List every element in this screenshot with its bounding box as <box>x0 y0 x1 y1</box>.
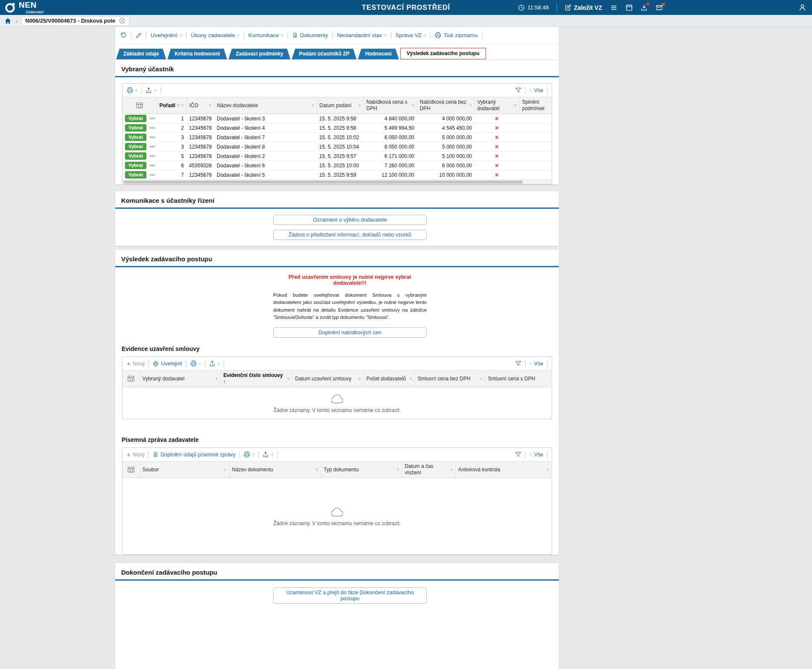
fill-bid-prices-button[interactable]: Doplnění nabídkových cen <box>273 327 427 338</box>
col-header-evidencni-cislo[interactable]: Evidenční číslo smlouvy ↑▽ <box>221 371 292 387</box>
col-header-soubor[interactable]: Soubor▽ <box>140 462 229 478</box>
table-row[interactable]: Vybrat 3 12345678 Dodavatel - školení 8 … <box>122 142 552 152</box>
col-header-cena-bez-dph[interactable]: Nabídková cena bez DPH▽ <box>417 97 474 114</box>
caret-down-icon[interactable]: ▽ <box>215 377 218 380</box>
home-icon[interactable] <box>4 18 12 24</box>
menu-ukony-zadavatele[interactable]: Úkony zadavatele▽ <box>191 32 239 38</box>
notice-of-selection-button[interactable]: Oznámení o výběru dodavatele <box>273 215 427 225</box>
caret-down-icon[interactable]: ▽ <box>450 468 452 471</box>
grid-export-button[interactable]: ▽ <box>146 87 156 93</box>
lock-vz-button[interactable]: Uzamknout VZ a přejít do fáze Dokončení … <box>273 587 427 604</box>
caret-down-icon[interactable]: ▽ <box>181 104 183 107</box>
filter-icon[interactable] <box>515 87 521 93</box>
table-row[interactable]: Vybrat 1 12345678 Dodavatel - školení 3 … <box>122 114 552 123</box>
row-menu-icon[interactable] <box>149 164 155 167</box>
select-supplier-button[interactable]: Vybrat <box>125 143 146 150</box>
col-header-smluvni-bez-dph[interactable]: Smluvní cena bez DPH▽ <box>415 371 485 387</box>
menu-icon[interactable] <box>610 4 618 11</box>
caret-down-icon[interactable]: ▽ <box>311 104 314 107</box>
tab-podani-ucastniku[interactable]: Podání účastníků ZP <box>292 49 357 59</box>
tab-zakladni-udaje[interactable]: Základní údaje <box>116 49 166 59</box>
menu-uverejneni[interactable]: Uveřejnění▽ <box>151 32 182 38</box>
new-record-button[interactable]: +Nový <box>127 360 145 367</box>
col-header-cena-s-dph[interactable]: Nabídková cena s DPH▽ <box>364 97 417 114</box>
grid-export-button[interactable]: ▽ <box>209 360 220 367</box>
select-supplier-button[interactable]: Vybrat <box>125 171 146 178</box>
caret-down-icon[interactable]: ▽ <box>410 377 412 380</box>
menu-komunikace[interactable]: Komunikace▽ <box>248 32 283 38</box>
select-supplier-button[interactable]: Vybrat <box>125 134 146 141</box>
show-all-button[interactable]: ▽Vše <box>530 452 543 458</box>
col-header-ico[interactable]: IČO▽ <box>186 97 214 114</box>
select-supplier-button[interactable]: Vybrat <box>125 162 146 169</box>
menu-sprava-vz[interactable]: Správa VZ▽ <box>396 32 426 38</box>
caret-down-icon[interactable]: ▽ <box>397 468 399 471</box>
grid-export-button[interactable]: ▽ <box>262 451 273 458</box>
new-record-button[interactable]: +Nový <box>127 451 145 458</box>
tab-kriteria-hodnoceni[interactable]: Kritéria hodnocení <box>167 49 227 59</box>
col-header-poradi[interactable]: Pořadí ↑▽ <box>157 97 186 114</box>
col-header-nazev[interactable]: Název dodavatele▽ <box>214 97 317 114</box>
show-all-button[interactable]: ▽Vše <box>530 88 543 93</box>
app-logo[interactable]: NEN Zadavatel <box>4 1 44 14</box>
mail-icon[interactable] <box>655 4 663 11</box>
col-header-typ-dokumentu[interactable]: Typ dokumentu▽ <box>321 462 402 478</box>
menu-dokumenty[interactable]: Dokumenty <box>292 32 328 38</box>
col-header-antivirova-kontrola[interactable]: Antivirová kontrola▽ <box>455 462 552 478</box>
caret-down-icon[interactable]: ▽ <box>358 377 361 380</box>
publish-button[interactable]: Uveřejnit <box>153 361 182 367</box>
print-record-button[interactable]: Tisk záznamu <box>435 32 477 38</box>
row-menu-icon[interactable] <box>149 136 155 138</box>
col-header-vybrany-dodavatel[interactable]: Vybraný dodavatel▽ <box>140 371 221 387</box>
caret-down-icon[interactable]: ▽ <box>547 468 549 471</box>
tab-hodnoceni[interactable]: Hodnocení <box>358 49 399 59</box>
tab-vysledek-active[interactable]: Výsledek zadávacího postupu <box>400 48 486 59</box>
pencil-icon[interactable] <box>136 32 142 38</box>
col-header-smluvni-s-dph[interactable]: Smluvní cena s DPH <box>485 371 552 387</box>
select-supplier-button[interactable]: Vybrat <box>125 115 146 122</box>
table-row[interactable]: Vybrat 7 12345678 Dodavatel - školení 5 … <box>122 170 552 180</box>
col-header-splneni-podminek[interactable]: Splnění podmínek <box>519 97 552 114</box>
row-menu-icon[interactable] <box>149 127 155 129</box>
fill-report-button[interactable]: Doplnění údajů písemné zprávy <box>153 451 236 458</box>
caret-down-icon[interactable]: ▽ <box>358 104 361 107</box>
caret-down-icon[interactable]: ▽ <box>287 377 289 380</box>
row-menu-icon[interactable] <box>149 117 155 120</box>
table-row[interactable]: Vybrat 2 12345678 Dodavatel - školení 4 … <box>122 123 552 133</box>
horizontal-scrollbar[interactable] <box>122 180 552 184</box>
row-menu-icon[interactable] <box>149 146 155 148</box>
caret-down-icon[interactable]: ▽ <box>224 468 226 471</box>
col-header-pocet-dodavatelu[interactable]: Počet dodavatelů▽ <box>364 371 415 387</box>
request-documents-button[interactable]: Žádost o předložení informací, dokladů n… <box>273 230 427 240</box>
select-supplier-button[interactable]: Vybrat <box>125 124 146 131</box>
column-chooser[interactable] <box>122 462 140 478</box>
caret-down-icon[interactable]: ▽ <box>209 104 211 107</box>
show-all-button[interactable]: ▽Vše <box>530 361 543 367</box>
row-menu-icon[interactable] <box>149 174 155 176</box>
grid-print-button[interactable]: ▽ <box>190 360 201 367</box>
table-row[interactable]: Vybrat 3 12345678 Dodavatel - školení 7 … <box>122 133 552 142</box>
column-chooser[interactable] <box>122 371 140 387</box>
refresh-icon[interactable] <box>120 32 127 38</box>
close-circle-icon[interactable] <box>119 18 125 24</box>
download-icon[interactable] <box>640 4 648 11</box>
col-header-vybrany-dodavatel[interactable]: Vybraný dodavatel▽ <box>474 97 519 114</box>
column-chooser[interactable] <box>122 97 157 114</box>
table-row[interactable]: Vybrat 6 45359326 Dodavatel - školení 6 … <box>122 161 552 170</box>
caret-down-icon[interactable]: ▽ <box>316 468 318 471</box>
col-header-datum-uzavreni[interactable]: Datum uzavření smlouvy▽ <box>292 371 364 387</box>
filter-icon[interactable] <box>515 451 521 458</box>
create-vz-button[interactable]: Založit VZ <box>565 4 602 11</box>
caret-down-icon[interactable]: ▽ <box>514 104 516 107</box>
scrollbar-thumb[interactable] <box>123 181 523 184</box>
grid-print-button[interactable]: ▽ <box>244 451 254 458</box>
table-row[interactable]: Vybrat 5 12345678 Dodavatel - školení 2 … <box>122 152 552 161</box>
col-header-datum-vlozeni[interactable]: Datum a čas vložení▽ <box>402 462 455 478</box>
open-record-tab[interactable]: N006/25/V00004673 - Disková pole <box>21 16 129 26</box>
caret-down-icon[interactable]: ▽ <box>412 104 414 107</box>
select-supplier-button[interactable]: Vybrat <box>125 152 146 160</box>
caret-down-icon[interactable]: ▽ <box>469 104 471 107</box>
row-menu-icon[interactable] <box>149 155 155 157</box>
col-header-nazev-dokumentu[interactable]: Název dokumentu▽ <box>229 462 321 478</box>
tab-zadavaci-podminky[interactable]: Zadávací podmínky <box>228 49 290 59</box>
